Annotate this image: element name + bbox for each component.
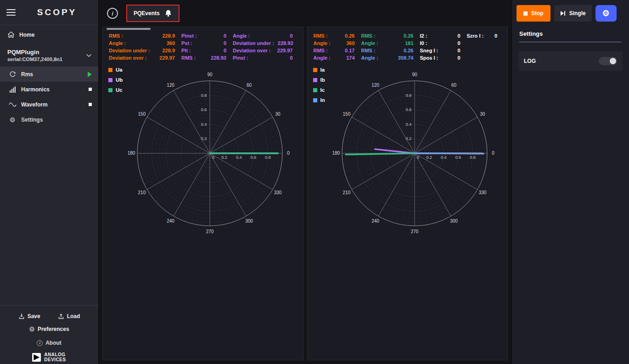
- chevron-down-icon[interactable]: [86, 54, 92, 57]
- stats-row: Deviation over :229.97RMS :228.93Pinst :…: [109, 55, 299, 61]
- pqevents-tab[interactable]: PQEvents: [126, 5, 180, 22]
- svg-text:150: 150: [138, 112, 146, 117]
- sidebar-item-label: Waveform: [21, 101, 48, 108]
- stat-angle: Angle :174: [314, 55, 361, 61]
- load-button[interactable]: Load: [58, 313, 80, 319]
- legend-label: Ub: [116, 77, 123, 83]
- save-button[interactable]: Save: [18, 313, 40, 319]
- stat-szro-i: Szro I :0: [467, 33, 504, 39]
- pqevents-label: PQEvents: [134, 10, 160, 17]
- scopy-logo: SCOPY: [22, 7, 92, 17]
- stats-row: RMS :228.9Pinst :0Angle :0: [109, 33, 299, 39]
- svg-text:180: 180: [332, 151, 340, 156]
- stat-deviation-under: Deviation under :228.93: [233, 40, 300, 46]
- svg-text:0.6: 0.6: [251, 155, 257, 160]
- legend-label: In: [320, 97, 325, 103]
- svg-text:30: 30: [480, 112, 485, 117]
- svg-text:0: 0: [492, 151, 494, 156]
- rms-icon: [8, 71, 17, 78]
- stat-spos-i: Spos I :0: [420, 55, 467, 61]
- legend-item-uc[interactable]: Uc: [108, 87, 123, 93]
- sidebar-item-rms[interactable]: Rms: [0, 67, 98, 82]
- app-window: SCOPY Home PQMPlugin serial:COM37,2400,8…: [0, 0, 629, 364]
- svg-text:0: 0: [287, 151, 290, 156]
- sidebar-footer: Save Load ⚙ Preferences i About: [0, 306, 98, 364]
- single-button[interactable]: Single: [554, 5, 592, 22]
- plugin-names: PQMPlugin serial:COM37,2400,8n1: [7, 49, 86, 62]
- stopped-indicator-icon[interactable]: [89, 103, 92, 106]
- info-icon: i: [37, 340, 43, 346]
- preferences-button[interactable]: ⚙ Preferences: [0, 322, 98, 336]
- legend-swatch-icon: [108, 78, 112, 82]
- svg-text:0.4: 0.4: [440, 155, 446, 160]
- stats-row: RMS :0.17RMS :0.26Sneg I :0: [314, 48, 504, 53]
- stat-rms: RMS :0.17: [314, 48, 361, 53]
- svg-text:240: 240: [371, 218, 379, 224]
- legend-item-ia[interactable]: Ia: [313, 67, 325, 73]
- save-icon: [18, 313, 25, 319]
- svg-text:0.2: 0.2: [426, 155, 432, 160]
- legend-item-ub[interactable]: Ub: [108, 77, 123, 83]
- svg-text:0.8: 0.8: [265, 155, 271, 160]
- log-setting-row: LOG: [518, 51, 623, 71]
- scrollbar-handle[interactable]: [107, 28, 151, 30]
- stop-icon: [523, 11, 528, 16]
- stat-angle: Angle :181: [361, 40, 420, 46]
- settings-panel-title: Settings: [519, 30, 622, 42]
- plot-content: RMS :228.9Pinst :0Angle :0Angle :360Pst …: [99, 27, 511, 364]
- svg-text:300: 300: [245, 218, 253, 224]
- stats-row: Angle :360Angle :181I0 :0: [314, 40, 504, 46]
- legend-swatch-icon: [108, 68, 112, 72]
- legend-swatch-icon: [313, 88, 317, 92]
- about-label: About: [45, 340, 62, 346]
- sidebar-item-harmonics[interactable]: Harmonics: [0, 82, 98, 97]
- stat-sneg-i: Sneg I :0: [420, 48, 467, 53]
- running-indicator-icon[interactable]: [88, 72, 92, 77]
- voltage-polar-chart[interactable]: 030609012015018021024027030033000.20.20.…: [103, 62, 303, 252]
- legend-label: Ib: [320, 77, 325, 83]
- current-legend: IaIbIcIn: [313, 67, 325, 103]
- load-icon: [58, 313, 64, 319]
- legend-label: Ic: [320, 87, 325, 93]
- gear-icon: ⚙: [8, 117, 17, 123]
- sidebar-item-settings[interactable]: ⚙ Settings: [0, 112, 98, 127]
- legend-label: Ua: [116, 67, 123, 73]
- stopped-indicator-icon[interactable]: [89, 88, 92, 91]
- stats-row: Angle :174Angle :359.74Spos I :0: [314, 55, 504, 61]
- sidebar-item-label: Settings: [21, 117, 43, 123]
- brand-line1: ANALOG: [44, 353, 66, 358]
- svg-text:210: 210: [343, 190, 350, 195]
- svg-text:330: 330: [478, 190, 486, 195]
- stat-deviation-over: Deviation over :229.97: [109, 55, 181, 61]
- voltage-stats: RMS :228.9Pinst :0Angle :0Angle :360Pst …: [103, 27, 303, 61]
- svg-text:90: 90: [207, 72, 213, 77]
- sidebar-item-waveform[interactable]: Waveform: [0, 97, 98, 112]
- plugin-header[interactable]: PQMPlugin serial:COM37,2400,8n1: [0, 44, 98, 67]
- info-icon[interactable]: i: [107, 8, 118, 19]
- stat-pst: Pst :0: [181, 40, 233, 46]
- log-toggle[interactable]: [599, 57, 617, 65]
- svg-text:60: 60: [247, 83, 252, 88]
- stop-button[interactable]: Stop: [517, 5, 550, 22]
- bell-icon: [164, 10, 172, 17]
- gear-icon: ⚙: [29, 326, 35, 332]
- svg-text:330: 330: [274, 190, 282, 195]
- stats-row: Deviation under :228.9Plt :0Deviation ov…: [109, 48, 299, 53]
- settings-gear-button[interactable]: ⚙: [595, 5, 617, 22]
- svg-text:0.2: 0.2: [221, 155, 227, 160]
- legend-label: Ia: [320, 67, 325, 73]
- legend-item-in[interactable]: In: [313, 97, 325, 103]
- about-button[interactable]: i About: [0, 336, 98, 350]
- menu-icon[interactable]: [6, 9, 16, 16]
- stats-row: Angle :360Pst :0Deviation under :228.93: [109, 40, 299, 46]
- sidebar-item-home[interactable]: Home: [0, 25, 98, 44]
- svg-text:210: 210: [138, 190, 146, 195]
- legend-item-ib[interactable]: Ib: [313, 77, 325, 83]
- voltage-legend: UaUbUc: [108, 67, 123, 93]
- main-area: i PQEvents RMS :228.9Pinst :0Angle :0Ang…: [99, 0, 511, 364]
- legend-label: Uc: [116, 87, 123, 93]
- svg-text:0.4: 0.4: [201, 122, 207, 127]
- current-polar-chart[interactable]: 030609012015018021024027030033000.20.20.…: [308, 62, 508, 252]
- legend-item-ic[interactable]: Ic: [313, 87, 325, 93]
- legend-item-ua[interactable]: Ua: [108, 67, 123, 73]
